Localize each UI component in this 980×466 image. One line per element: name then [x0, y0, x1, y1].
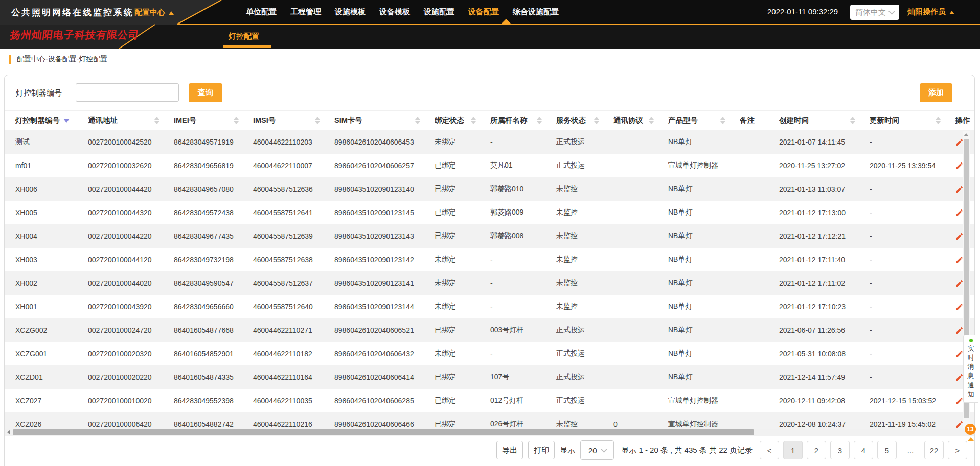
- page-button[interactable]: 2: [807, 441, 826, 459]
- column-header[interactable]: 通讯协议: [613, 115, 668, 125]
- table-cell: 89860426102040606432: [334, 350, 435, 358]
- sort-icon[interactable]: [315, 116, 320, 124]
- sort-icon[interactable]: [234, 116, 239, 124]
- table-cell: 460045587512638: [253, 255, 334, 264]
- sort-icon[interactable]: [471, 116, 476, 124]
- page-button[interactable]: 3: [830, 441, 850, 459]
- print-button[interactable]: 打印: [528, 441, 555, 459]
- table-row: 测试00272001000425208642830495719194600446…: [5, 130, 974, 154]
- search-input[interactable]: [76, 83, 179, 102]
- table-cell: 864283049552398: [174, 397, 253, 405]
- nav-item[interactable]: 工程管理: [290, 7, 321, 17]
- page-button[interactable]: 5: [877, 441, 897, 459]
- config-center-menu[interactable]: 配置中心: [134, 8, 174, 17]
- column-header[interactable]: 产品型号: [668, 115, 740, 125]
- table-cell: 2020-12-08 10:24:37: [779, 420, 870, 428]
- column-header[interactable]: 绑定状态: [435, 115, 490, 125]
- table-cell: NB单灯: [668, 349, 740, 358]
- table-row: XH00300272001000441208642830497321984600…: [5, 248, 974, 271]
- table-cell: 2021-01-07 14:11:45: [779, 138, 870, 146]
- page-size-select[interactable]: 20: [580, 440, 614, 460]
- sort-down-icon: [850, 121, 855, 124]
- table-cell: 89860435102090123143: [334, 232, 435, 240]
- column-header[interactable]: IMSI号: [253, 115, 334, 125]
- chevron-down-icon: [601, 446, 607, 453]
- table-cell: -: [870, 138, 955, 146]
- notification-count-badge[interactable]: 13: [965, 424, 976, 435]
- sort-down-icon: [315, 121, 320, 124]
- notification-label-char: 通: [968, 381, 974, 390]
- add-button[interactable]: 添加: [920, 83, 952, 102]
- table-cell: 2020-11-25 13:39:54: [870, 161, 955, 170]
- table-cell: NB单灯: [668, 325, 740, 335]
- user-menu[interactable]: 灿阳操作员: [907, 7, 954, 17]
- sort-icon[interactable]: [936, 116, 941, 124]
- tab-lamp-control-config[interactable]: 灯控配置: [229, 32, 259, 41]
- column-header[interactable]: 服务状态: [556, 115, 613, 125]
- table-cell: 正式投运: [556, 161, 613, 170]
- horizontal-scrollbar[interactable]: [5, 429, 974, 436]
- column-label: 创建时间: [779, 115, 809, 125]
- table-cell: 已绑定: [435, 231, 490, 241]
- table-cell: 2021-01-12 17:13:00: [779, 208, 870, 217]
- sort-icon[interactable]: [415, 116, 420, 124]
- horizontal-scrollbar-thumb[interactable]: [13, 429, 754, 435]
- table-row: XCZD010027200100020220864016054874335460…: [5, 365, 974, 389]
- column-label: 通讯协议: [613, 115, 643, 125]
- table-row: mf01002720010003262086428304965681946004…: [5, 154, 974, 177]
- realtime-notification-tab[interactable]: 实时消息通知: [963, 335, 978, 403]
- prev-page-button[interactable]: <: [760, 441, 779, 459]
- table-row: XH00500272001000443208642830495724384600…: [5, 201, 974, 224]
- nav-item[interactable]: 设备配置: [468, 7, 499, 17]
- column-header[interactable]: 所属杆名称: [490, 115, 556, 125]
- scroll-left-arrow-icon[interactable]: [7, 430, 10, 435]
- column-label: 绑定状态: [435, 115, 464, 125]
- nav-item[interactable]: 设施配置: [424, 7, 454, 17]
- table-cell: 未监控: [556, 302, 613, 311]
- sort-icon[interactable]: [850, 116, 855, 124]
- table-cell: 测试: [5, 137, 88, 147]
- nav-item[interactable]: 设施模板: [335, 7, 366, 17]
- sort-icon[interactable]: [154, 116, 159, 124]
- company-name: 扬州灿阳电子科技有限公司: [9, 28, 140, 42]
- sort-icon[interactable]: [594, 116, 599, 124]
- nav-item[interactable]: 单位配置: [246, 7, 277, 17]
- table-cell: 864016054874335: [174, 373, 253, 381]
- column-header[interactable]: IMEI号: [174, 115, 253, 125]
- column-header[interactable]: 更新时间: [870, 115, 955, 125]
- sort-icon[interactable]: [649, 116, 654, 124]
- scroll-up-arrow-icon[interactable]: [964, 133, 969, 136]
- column-label: 产品型号: [668, 115, 698, 125]
- sort-up-icon: [936, 116, 941, 120]
- page-button[interactable]: 4: [854, 441, 873, 459]
- column-header[interactable]: SIM卡号: [334, 115, 435, 125]
- search-button[interactable]: 查询: [189, 83, 222, 102]
- language-value: 简体中文: [855, 8, 886, 17]
- table-cell: 012号灯杆: [490, 396, 556, 405]
- table-cell: -: [870, 232, 955, 240]
- table-cell: XCZG001: [5, 350, 88, 358]
- sort-down-icon: [234, 121, 239, 124]
- page-button[interactable]: 1: [783, 441, 803, 459]
- nav-item[interactable]: 综合设施配置: [513, 7, 559, 17]
- table-cell: 864283049571919: [174, 138, 253, 146]
- table-cell: -: [870, 302, 955, 311]
- sort-up-icon: [594, 116, 599, 120]
- table-cell: 460044622110203: [253, 138, 334, 146]
- export-button[interactable]: 导出: [496, 441, 523, 459]
- column-header[interactable]: 灯控制器编号: [5, 115, 88, 125]
- table-cell: 0027200100024720: [88, 326, 174, 334]
- table-cell: XCZD01: [5, 373, 88, 381]
- language-select[interactable]: 简体中文: [850, 5, 899, 20]
- nav-item[interactable]: 设备模板: [379, 7, 410, 17]
- column-label: 所属杆名称: [490, 115, 528, 125]
- sort-icon[interactable]: [720, 116, 725, 124]
- sort-icon[interactable]: [537, 116, 542, 124]
- table-cell: NB单灯: [668, 255, 740, 264]
- column-header[interactable]: 通讯地址: [88, 115, 174, 125]
- column-header[interactable]: 创建时间: [779, 115, 870, 125]
- notification-expand-arrow-icon[interactable]: [968, 437, 974, 441]
- next-page-button[interactable]: >: [948, 441, 967, 459]
- table-cell: 864283049572438: [174, 208, 253, 217]
- page-button[interactable]: 22: [924, 441, 944, 459]
